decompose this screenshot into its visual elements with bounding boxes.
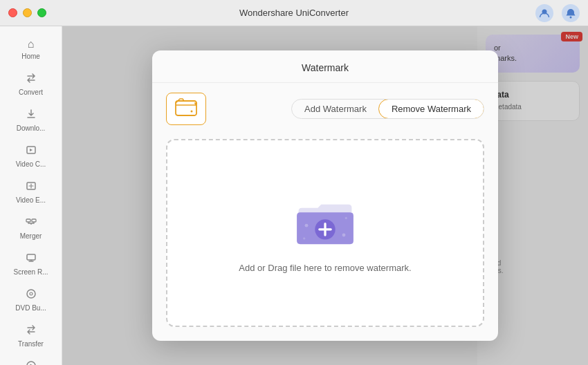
notification-icon[interactable] — [562, 4, 580, 22]
svg-point-7 — [27, 290, 35, 298]
modal-title: Watermark — [302, 62, 349, 73]
sidebar-label-download: Downlo... — [8, 124, 53, 132]
sidebar-item-dvd[interactable]: DVD Bu... — [4, 283, 57, 317]
svg-rect-6 — [27, 254, 35, 260]
svg-point-18 — [305, 223, 309, 227]
sidebar-label-home: Home — [8, 53, 53, 60]
svg-rect-4 — [26, 219, 30, 222]
sidebar-item-video-c[interactable]: Video C... — [4, 139, 57, 174]
player-icon — [26, 360, 37, 365]
file-add-icon: ▼ — [175, 97, 197, 120]
drop-zone-text: Add or Drag file here to remove watermar… — [239, 263, 411, 273]
drop-zone[interactable]: Add or Drag file here to remove watermar… — [166, 139, 484, 327]
svg-point-8 — [30, 292, 33, 295]
svg-point-1 — [570, 16, 572, 18]
download-icon — [26, 109, 37, 122]
modal: Watermark ▼ — [152, 50, 498, 341]
sidebar-label-video-e: Video E... — [8, 196, 53, 204]
folder-icon — [294, 194, 356, 249]
sidebar: ⌂ Home Convert Downlo... Video C... — [0, 26, 62, 365]
folder-icon-wrap — [294, 194, 356, 252]
app-title: Wondershare UniConverter — [239, 8, 349, 18]
svg-point-20 — [345, 216, 347, 218]
title-bar-icons — [535, 4, 580, 22]
modal-toolbar: ▼ Add Watermark Remove Watermark — [152, 83, 498, 132]
window-controls — [8, 8, 46, 17]
video-editor-icon — [26, 180, 37, 194]
sidebar-item-transfer[interactable]: Transfer — [4, 319, 57, 353]
close-button[interactable] — [8, 8, 17, 17]
merger-icon — [26, 216, 37, 230]
video-compress-icon — [26, 144, 37, 158]
screen-icon — [26, 252, 37, 266]
sidebar-item-screen[interactable]: Screen R... — [4, 247, 57, 281]
sidebar-label-dvd: DVD Bu... — [8, 304, 53, 312]
title-bar: Wondershare UniConverter — [0, 0, 588, 26]
modal-header: Watermark — [152, 50, 498, 83]
sidebar-item-convert[interactable]: Convert — [4, 67, 57, 102]
sidebar-item-home[interactable]: ⌂ Home — [4, 32, 57, 66]
app-window: Wondershare UniConverter ⌂ Home — [0, 0, 588, 365]
convert-icon — [26, 73, 37, 86]
home-icon: ⌂ — [28, 38, 35, 50]
minimize-button[interactable] — [23, 8, 32, 17]
sidebar-item-merger[interactable]: Merger — [4, 211, 57, 245]
svg-point-15 — [191, 111, 193, 113]
sidebar-label-screen: Screen R... — [8, 268, 53, 276]
svg-point-19 — [342, 233, 346, 236]
add-watermark-tab[interactable]: Add Watermark — [292, 100, 379, 118]
maximize-button[interactable] — [37, 8, 46, 17]
watermark-tab-group: Add Watermark Remove Watermark — [291, 99, 484, 119]
user-icon[interactable] — [535, 4, 553, 22]
svg-rect-5 — [32, 219, 36, 222]
transfer-icon — [26, 324, 37, 338]
main-layout: ⌂ Home Convert Downlo... Video C... — [0, 26, 588, 365]
dvd-icon — [26, 288, 37, 302]
sidebar-item-player[interactable]: Player — [4, 355, 57, 365]
svg-point-21 — [303, 237, 305, 239]
remove-watermark-tab[interactable]: Remove Watermark — [378, 99, 484, 119]
modal-overlay: Watermark ▼ — [62, 26, 588, 365]
sidebar-item-download[interactable]: Downlo... — [4, 103, 57, 138]
add-file-button[interactable]: ▼ — [166, 93, 206, 125]
content-area: New ormarks. lata netadata t andvices. W… — [62, 26, 588, 365]
sidebar-label-merger: Merger — [8, 232, 53, 240]
sidebar-label-video-c: Video C... — [8, 160, 53, 168]
sidebar-label-convert: Convert — [8, 88, 53, 96]
sidebar-item-video-e[interactable]: Video E... — [4, 175, 57, 209]
svg-text:▼: ▼ — [193, 101, 197, 107]
sidebar-label-transfer: Transfer — [8, 340, 53, 348]
